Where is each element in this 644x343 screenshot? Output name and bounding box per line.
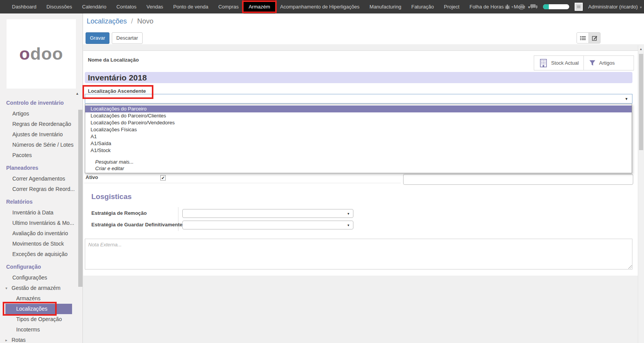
putaway-strategy-label: Estratégia de Guardar Definitivamente xyxy=(91,222,182,228)
sidebar-item-configuracoes[interactable]: Configurações xyxy=(0,273,78,283)
parent-location-input[interactable]: ▼ xyxy=(85,94,632,104)
nav-item-dashboard[interactable]: Dashboard xyxy=(7,0,42,13)
list-icon xyxy=(580,36,586,40)
putaway-strategy-select[interactable]: ▼ xyxy=(182,221,353,229)
company-logo: odoo xyxy=(7,19,76,89)
smart-button-box: Stock Actual Artigos xyxy=(534,55,634,70)
nav-item-manufacturing[interactable]: Manufacturing xyxy=(365,0,406,13)
sidebar-item-numeros-serie[interactable]: Números de Série / Lotes xyxy=(0,140,78,150)
planner-progress-fill xyxy=(543,4,549,9)
view-switcher xyxy=(577,32,600,44)
stock-actual-label: Stock Actual xyxy=(551,60,579,66)
list-view-button[interactable] xyxy=(577,33,589,43)
nav-item-folha-de-horas[interactable]: Folha de Horas xyxy=(464,0,509,13)
breadcrumb-separator: / xyxy=(131,17,133,25)
sidebar-item-gestao-armazem-label: Gestão de armazém xyxy=(12,285,61,291)
dropdown-option-parceiro-clientes[interactable]: Localizações do Parceiro/Clientes xyxy=(85,112,632,119)
content-top-gutter xyxy=(83,44,638,50)
nav-item-project[interactable]: Project xyxy=(439,0,464,13)
menu-section-configuracao: Configuração xyxy=(0,261,78,273)
sidebar-item-correr-regras[interactable]: Correr Regras de Reord... xyxy=(0,184,78,194)
right-column-field-input[interactable] xyxy=(403,174,633,185)
sidebar-item-movimentos-stock[interactable]: Movimentos de Stock xyxy=(0,239,78,249)
menu-scroll-up-icon[interactable]: ▲ xyxy=(76,92,79,95)
sidebar-item-correr-agendamentos[interactable]: Correr Agendamentos xyxy=(0,174,78,184)
dropdown-option-fisicas[interactable]: Localizações Físicas xyxy=(85,126,632,133)
sidebar-item-incoterms[interactable]: Incoterms xyxy=(0,325,78,335)
menu-section-controlo-inventario: Controlo de inventário xyxy=(0,97,78,109)
save-button[interactable]: Gravar xyxy=(86,32,109,44)
planner-progress-bar[interactable] xyxy=(543,4,569,9)
sidebar-item-avaliacao-inventario[interactable]: Avaliação do inventário xyxy=(0,228,78,239)
sidebar-item-excecoes-aquisicao[interactable]: Exceções de aquisição xyxy=(0,249,78,259)
menu-section-relatorios: Relatórios xyxy=(0,196,78,207)
dropdown-arrow-icon: ▼ xyxy=(347,224,350,227)
sidebar-item-localizacoes[interactable]: Localizações xyxy=(5,304,72,314)
mentions-at-icon[interactable]: @ xyxy=(519,3,525,10)
removal-strategy-select[interactable]: ▼ xyxy=(182,209,353,218)
nav-item-ponto-de-venda[interactable]: Ponto de venda xyxy=(168,0,213,13)
filter-funnel-icon xyxy=(589,60,595,66)
group-divider xyxy=(84,183,401,183)
debug-bug-icon[interactable]: ▾ xyxy=(504,4,513,10)
chevron-down-icon: ▾ xyxy=(5,283,7,293)
sidebar-item-regras-reordenacao[interactable]: Regras de Reordenação xyxy=(0,119,78,129)
nav-item-armazem[interactable]: Armazém xyxy=(244,0,275,13)
sidebar-menu: Controlo de inventário Artigos Regras de… xyxy=(0,95,78,343)
odoo-backend: Dashboard Discussões Calendário Contatos… xyxy=(0,0,644,343)
external-note-textarea[interactable] xyxy=(85,239,632,269)
dropdown-option-a1[interactable]: A1 xyxy=(85,133,632,140)
active-checkbox[interactable]: ✔ xyxy=(160,175,166,181)
scroll-up-icon[interactable]: ▲ xyxy=(639,47,642,51)
topbar-right-cluster: ▾ @ Administrator (ricardo) ▾ xyxy=(504,0,642,13)
dropdown-search-more[interactable]: Pesquisar mais... xyxy=(85,159,632,165)
sidebar-item-tipos-operacao[interactable]: Tipos de Operação xyxy=(0,314,78,325)
form-view-button[interactable] xyxy=(589,33,600,43)
discard-button[interactable]: Descartar xyxy=(112,32,143,44)
sidebar-item-artigos[interactable]: Artigos xyxy=(0,109,78,119)
sidebar-item-inventario-a-data[interactable]: Inventário à Data xyxy=(0,207,78,218)
logistics-group-title: Losgisticas xyxy=(91,192,132,201)
user-menu[interactable]: Administrator (ricardo) ▾ xyxy=(588,4,642,10)
dropdown-create-edit[interactable]: Criar e editar xyxy=(85,165,632,172)
nav-item-compras[interactable]: Compras xyxy=(213,0,244,13)
page-scrollbar-thumb[interactable] xyxy=(639,54,643,150)
dropdown-arrow-icon[interactable]: ▼ xyxy=(625,97,628,101)
name-field-label: Nome da Localização xyxy=(88,57,139,63)
active-field-label: Ativo xyxy=(86,174,98,180)
nav-item-discussoes[interactable]: Discussões xyxy=(42,0,77,13)
control-panel xyxy=(83,13,644,44)
parent-location-label: Localização Ascendente xyxy=(88,88,146,94)
textarea-resize-handle[interactable] xyxy=(628,265,632,269)
building-icon xyxy=(540,59,547,67)
nav-item-calendario[interactable]: Calendário xyxy=(77,0,111,13)
breadcrumb-current: Novo xyxy=(137,17,153,25)
nav-item-acompanhamento[interactable]: Acompanhamento de Hiperligações xyxy=(275,0,365,13)
sidebar-item-rotas[interactable]: ▸ Rotas xyxy=(0,335,78,343)
sidebar-item-gestao-armazem[interactable]: ▾ Gestão de armazém xyxy=(0,283,78,293)
sidebar-item-ajustes-inventario[interactable]: Ajustes de Inventário xyxy=(0,129,78,140)
dropdown-option-a1-stock[interactable]: A1/Stock xyxy=(85,147,632,154)
nav-item-contatos[interactable]: Contatos xyxy=(111,0,141,13)
chat-bubble-icon[interactable] xyxy=(530,4,538,10)
sidebar-scrollbar-thumb[interactable] xyxy=(78,110,82,287)
sidebar-item-pacotes[interactable]: Pacotes xyxy=(0,150,78,161)
artigos-button[interactable]: Artigos xyxy=(583,56,634,70)
nav-item-faturacao[interactable]: Faturação xyxy=(406,0,439,13)
nav-item-vendas[interactable]: Vendas xyxy=(141,0,168,13)
sidebar-item-ultimo-inventarios[interactable]: Ultimo Inventários & Mo... xyxy=(0,218,78,228)
stock-actual-button[interactable]: Stock Actual xyxy=(534,56,583,70)
user-avatar[interactable] xyxy=(575,3,583,11)
dropdown-option-a1-saida[interactable]: A1/Saída xyxy=(85,140,632,147)
dropdown-option-parceiro[interactable]: Localizações do Parceiro xyxy=(85,105,632,112)
dropdown-spacer xyxy=(85,154,632,159)
page-scrollbar[interactable]: ▲ xyxy=(638,45,644,343)
location-name-input[interactable]: Inventário 2018 xyxy=(85,72,632,83)
chevron-down-icon: ▾ xyxy=(640,5,642,9)
breadcrumb-parent-link[interactable]: Localizações xyxy=(87,17,127,25)
edit-pencil-icon xyxy=(592,35,597,41)
dropdown-option-parceiro-vendedores[interactable]: Localizações do Parceiro/Vendedores xyxy=(85,119,632,126)
artigos-label: Artigos xyxy=(599,60,615,66)
sidebar-item-armazens[interactable]: Armazéns xyxy=(0,293,78,304)
odoo-logo: odoo xyxy=(19,44,63,64)
